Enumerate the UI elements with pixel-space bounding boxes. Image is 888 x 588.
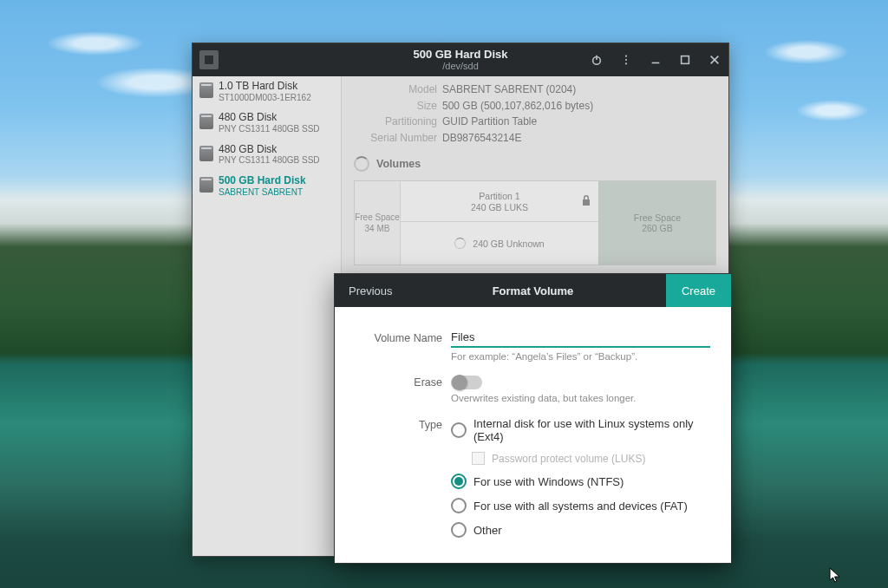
volume-partition[interactable]: Partition 1 240 GB LUKS 240 GB Unknown [400,181,598,265]
cloud-decoration [780,95,885,126]
power-icon[interactable] [588,51,605,69]
partition-name: Partition 1 [479,191,519,201]
disk-sublabel: SABRENT SABRENT [219,187,306,198]
volume-name-hint: For example: “Angela’s Files” or “Backup… [451,351,710,362]
info-key: Size [354,98,442,114]
radio-label: For use with all systems and devices (FA… [473,500,688,513]
luks-checkbox-label: Password protect volume (LUKS) [492,453,645,465]
cloud-decoration [746,35,867,69]
info-value: 500 GB (500,107,862,016 bytes) [442,98,593,114]
erase-toggle[interactable] [451,376,482,389]
disk-sublabel: ST1000DM003-1ER162 [219,93,311,103]
type-option-ntfs[interactable]: For use with Windows (NTFS) [451,474,710,489]
volume-free-space-selected[interactable]: Free Space 260 GB [598,181,715,265]
previous-button[interactable]: Previous [335,284,407,297]
lock-icon [581,194,591,208]
radio-icon [451,498,467,513]
volume-free-space[interactable]: Free Space 34 MB [355,181,400,265]
free-space-label: Free Space [355,212,400,222]
cloud-decoration [26,26,165,61]
spinner-icon [354,156,369,172]
svg-point-3 [625,56,627,57]
free-space-label: Free Space [634,212,681,223]
radio-icon [451,474,467,489]
spinner-icon [454,238,466,249]
volume-name-input[interactable] [451,328,710,348]
disk-list-item[interactable]: 1.0 TB Hard Disk ST1000DM003-1ER162 [193,76,341,108]
info-value: SABRENT SABRENT (0204) [442,82,576,98]
svg-point-5 [625,62,627,64]
partition-size: 240 GB LUKS [471,202,528,212]
disk-list-item[interactable]: 480 GB Disk PNY CS1311 480GB SSD [193,108,341,139]
info-key: Model [354,82,442,98]
disk-list-item[interactable]: 480 GB Disk PNY CS1311 480GB SSD [193,140,341,171]
disk-label: 480 GB Disk [219,112,320,124]
info-value: DB9876543214E [442,130,521,147]
radio-label: Other [473,524,502,537]
radio-icon [451,522,467,538]
radio-label: Internal disk for use with Linux systems… [473,417,710,443]
disk-sublabel: PNY CS1311 480GB SSD [219,124,320,134]
window-maximize-button[interactable] [676,51,694,69]
desktop-wallpaper: 500 GB Hard Disk /dev/sdd 1.0 TB Hard Di… [0,0,888,588]
disk-label: 480 GB Disk [219,144,320,156]
window-titlebar[interactable]: 500 GB Hard Disk /dev/sdd [193,43,728,76]
erase-label: Erase [356,376,451,389]
kebab-menu-icon[interactable] [617,51,635,69]
radio-icon [451,422,467,438]
hdd-icon [199,82,213,98]
window-close-button[interactable] [706,51,723,69]
window-minimize-button[interactable] [647,51,664,69]
radio-label: For use with Windows (NTFS) [473,475,624,488]
info-key: Partitioning [354,114,442,130]
info-value: GUID Partition Table [442,114,537,130]
erase-hint: Overwrites existing data, but takes long… [451,393,710,403]
info-key: Serial Number [354,130,442,147]
disk-list-sidebar: 1.0 TB Hard Disk ST1000DM003-1ER162 480 … [193,76,342,556]
free-space-size: 260 GB [642,223,673,233]
type-option-fat[interactable]: For use with all systems and devices (FA… [451,498,710,513]
disk-label: 1.0 TB Hard Disk [219,81,311,93]
drive-icon [199,50,219,69]
volumes-heading: Volumes [376,158,421,170]
disk-sublabel: PNY CS1311 480GB SSD [219,155,320,166]
disk-list-item-selected[interactable]: 500 GB Hard Disk SABRENT SABRENT [193,171,341,202]
volume-map[interactable]: Free Space 34 MB Partition 1 240 GB LUKS… [354,180,716,265]
volume-name-label: Volume Name [356,332,451,344]
disk-label: 500 GB Hard Disk [219,175,306,187]
free-space-size: 34 MB [365,224,390,233]
ssd-icon [199,146,213,161]
luks-checkbox-row: Password protect volume (LUKS) [472,452,710,465]
type-option-ext4[interactable]: Internal disk for use with Linux systems… [451,417,710,443]
svg-rect-0 [205,56,213,64]
partition-unknown-label: 240 GB Unknown [473,238,544,249]
format-volume-dialog: Previous Format Volume Create Volume Nam… [334,273,732,564]
create-button[interactable]: Create [666,274,731,307]
ssd-icon [199,114,213,129]
svg-point-4 [625,59,627,61]
svg-rect-7 [682,56,689,64]
checkbox-icon [472,452,485,465]
type-option-other[interactable]: Other [451,522,710,538]
dialog-header: Previous Format Volume Create [335,274,731,307]
mouse-cursor-icon [829,567,841,585]
hdd-icon [199,177,213,193]
type-label: Type [356,417,451,431]
